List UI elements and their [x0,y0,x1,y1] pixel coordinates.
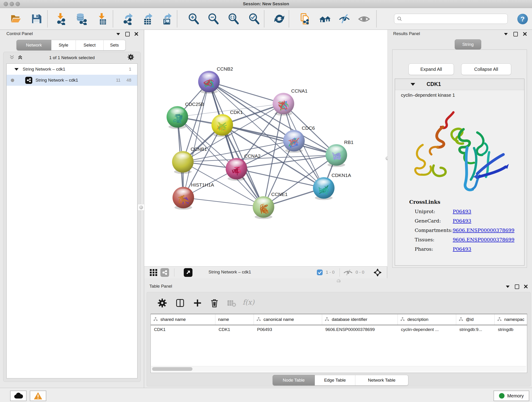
network-node-CCNB1[interactable] [172,151,194,174]
center-view-crosshair-icon[interactable] [373,268,382,278]
zoom-out-icon[interactable] [207,13,220,25]
left-splitter-handle[interactable] [138,204,145,211]
export-image-icon[interactable] [161,13,173,25]
table-cell[interactable]: stringdb:9... [456,325,495,334]
panel-float-icon[interactable] [515,284,519,289]
column-label: canonical name [264,317,294,322]
network-node-RB1[interactable] [326,144,347,167]
table-horizontal-scrollbar[interactable] [151,366,526,372]
warning-status-button[interactable] [30,390,46,401]
crosslink-link[interactable]: P06493 [453,246,471,252]
column-header-name[interactable]: name [215,314,254,325]
delete-table-icon[interactable] [226,298,237,308]
table-cell[interactable]: 9606.ENSP00000378699 [322,325,398,334]
tab-node-table[interactable]: Node Table [273,375,315,385]
export-network-icon[interactable] [122,13,134,25]
zoom-fit-icon[interactable] [227,13,240,25]
table-row[interactable]: CDK1CDK1P064939606.ENSP00000378699cyclin… [151,325,527,334]
network-node-CCNA2[interactable] [226,158,247,181]
panel-float-icon[interactable] [125,32,130,36]
home-icon[interactable] [318,13,331,25]
tab-style[interactable]: Style [51,40,76,51]
selected-checkbox-icon[interactable] [317,269,323,276]
network-edge-CCNB2-HIST1H1A[interactable] [183,82,209,198]
panel-menu-caret-icon[interactable] [116,33,120,35]
table-cell[interactable]: CDK1 [151,325,215,334]
crosslink-link[interactable]: 9606.ENSP00000378699 [453,228,514,233]
network-edge-HIST1H1A-CCNE1[interactable] [183,198,264,207]
grid-view-icon[interactable] [149,268,158,277]
birds-eye-view-icon[interactable] [184,268,192,277]
panel-menu-caret-icon[interactable] [506,286,510,288]
column-header-namespac[interactable]: namespac [495,314,527,325]
crosslink-link[interactable]: P06493 [453,218,471,224]
export-table-icon[interactable] [142,13,154,25]
panel-close-icon[interactable] [134,32,138,36]
column-header-canonical-name[interactable]: canonical name [254,314,322,325]
network-edge-CCNB2-CCNA1[interactable] [209,82,283,104]
network-canvas[interactable]: CCNB2CCNA1CDC25BCDK1CDC6RB1CCNB1CCNA2CDK… [144,30,387,266]
crosslink-link[interactable]: P06493 [453,209,471,214]
search-box[interactable] [394,14,508,24]
refresh-icon[interactable] [273,13,285,25]
tab-network[interactable]: Network [17,40,51,51]
entry-header[interactable]: CDK1 [395,79,524,90]
protein-structure-image [407,101,513,199]
column-header--id[interactable]: @id [456,314,495,325]
add-column-plus-icon[interactable] [192,298,203,308]
network-node-CDC6[interactable] [283,130,305,153]
scrollbar-thumb[interactable] [152,367,192,371]
table-options-gear-icon[interactable] [157,298,167,308]
expand-all-button[interactable]: Expand All [409,64,454,75]
network-options-gear-icon[interactable] [127,53,134,61]
save-session-icon[interactable] [30,13,43,25]
import-network-from-database-icon[interactable] [75,13,88,25]
network-node-HIST1H1A[interactable] [172,187,194,210]
panel-float-icon[interactable] [513,32,518,36]
table-cell[interactable]: P06493 [254,325,322,334]
import-network-from-file-icon[interactable] [55,13,67,25]
panel-close-icon[interactable] [523,32,527,36]
network-collection-row[interactable]: String Network – cdk1 1 [7,64,137,75]
collection-expand-caret-icon[interactable] [14,68,19,70]
show-all-eye-icon[interactable] [358,13,370,25]
delete-column-trash-icon[interactable] [209,298,220,308]
cloud-status-button[interactable] [10,390,27,401]
table-cell[interactable]: cyclin-dependent ... [398,325,456,334]
footer-status-bar: Memory [0,388,532,402]
zoom-in-icon[interactable] [187,13,200,25]
help-button[interactable]: ? [517,14,528,24]
tab-edge-table[interactable]: Edge Table [315,375,355,385]
network-node-CCNA1[interactable] [273,93,294,116]
collapse-all-button[interactable]: Collapse All [461,64,511,75]
function-builder-icon[interactable]: f(x) [243,298,254,306]
tab-string[interactable]: String [455,39,481,50]
network-node-CDC25B[interactable] [167,106,188,129]
network-node-CDKN1A[interactable] [313,177,335,200]
column-header-database-identifier[interactable]: database identifier [322,314,398,325]
hidden-eye-slash-icon[interactable] [343,269,353,277]
show-columns-icon[interactable] [175,298,185,308]
network-view-icon[interactable] [160,268,169,277]
panel-close-icon[interactable] [524,284,528,288]
panel-menu-caret-icon[interactable] [504,33,508,35]
tab-network-table[interactable]: Network Table [355,375,408,385]
column-header-shared-name[interactable]: shared name [151,314,215,325]
network-row[interactable]: String Network – cdk1 11 48 [7,75,137,86]
open-session-icon[interactable] [10,13,22,25]
hide-selected-eye-slash-icon[interactable] [338,13,351,25]
network-node-CDK1[interactable] [211,114,233,137]
entry-collapse-caret-icon[interactable] [411,83,415,86]
clone-network-icon[interactable] [299,13,311,25]
memory-button[interactable]: Memory [494,390,529,401]
table-cell[interactable]: stringdb [495,325,527,334]
zoom-selected-icon[interactable] [248,13,260,25]
crosslink-link[interactable]: 9606.ENSP00000378699 [453,237,514,242]
network-node-CCNE1[interactable] [253,196,274,219]
tab-select[interactable]: Select [76,40,104,51]
import-table-from-file-icon[interactable] [96,13,109,25]
search-input[interactable] [404,16,507,22]
tab-sets[interactable]: Sets [104,40,126,51]
table-cell[interactable]: CDK1 [215,325,254,334]
column-header-description[interactable]: description [398,314,456,325]
